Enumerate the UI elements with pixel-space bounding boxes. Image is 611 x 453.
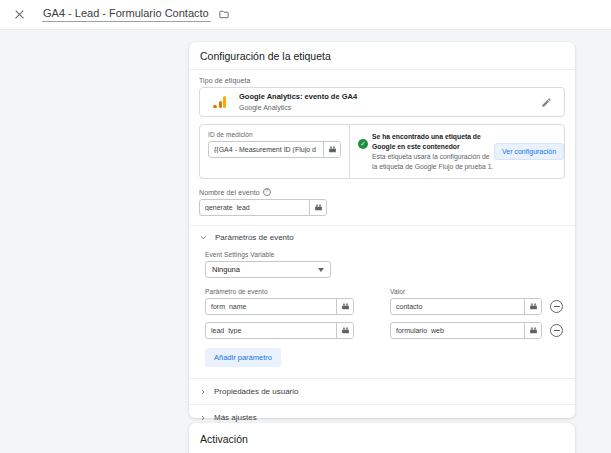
parameter-value-input[interactable]: [391, 299, 524, 314]
tag-title-field[interactable]: GA4 - Lead - Formulario Contacto: [42, 7, 211, 22]
tag-type-label: Tipo de etiqueta: [199, 77, 565, 84]
gtm-tag-editor: GA4 - Lead - Formulario Contacto Configu…: [0, 0, 611, 453]
variable-picker-icon[interactable]: [524, 299, 541, 314]
event-settings-variable-select[interactable]: Ninguna: [205, 261, 331, 278]
trigger-panel: Activación: [189, 423, 575, 453]
edit-pencil-icon[interactable]: [541, 97, 552, 108]
variable-picker-icon[interactable]: [323, 142, 340, 157]
google-tag-notice: Se ha encontrado una etiqueta de Google …: [350, 125, 571, 178]
section-label: Más ajustes: [214, 413, 257, 422]
section-event-parameters[interactable]: Parámetros de evento: [199, 226, 565, 249]
add-parameter-button[interactable]: Añadir parámetro: [205, 348, 281, 367]
column-header-value: Valor: [390, 288, 405, 295]
variable-picker-icon[interactable]: [309, 200, 326, 215]
variable-picker-icon[interactable]: [524, 323, 541, 338]
event-name-input[interactable]: [200, 200, 309, 215]
parameter-name-input-wrap: [205, 298, 354, 315]
tag-type-card[interactable]: Google Analytics: evento de GA4 Google A…: [199, 87, 565, 117]
chevron-right-icon: [199, 414, 207, 422]
parameter-value-input[interactable]: [391, 323, 524, 338]
notice-body: Esta etiqueta usará la configuración de …: [372, 152, 494, 171]
chevron-down-icon: [199, 233, 208, 242]
esv-label: Event Settings Variable: [205, 251, 565, 258]
google-analytics-icon: [213, 95, 227, 109]
parameter-row: [205, 298, 565, 315]
measurement-card: ID de medición Se ha encontrado una etiq…: [199, 124, 565, 179]
remove-parameter-button[interactable]: [550, 324, 563, 337]
tag-type-name: Google Analytics: evento de GA4: [239, 92, 357, 102]
notice-title: Se ha encontrado una etiqueta de Google …: [372, 132, 494, 151]
folder-icon[interactable]: [218, 9, 230, 20]
help-icon[interactable]: [263, 188, 271, 196]
parameter-name-input[interactable]: [206, 323, 336, 338]
event-name-input-wrap: [199, 199, 327, 216]
view-configuration-button[interactable]: Ver configuración: [494, 143, 564, 160]
variable-picker-icon[interactable]: [336, 299, 353, 314]
section-label: Propiedades de usuario: [214, 387, 299, 396]
event-name-block: Nombre del evento: [199, 188, 565, 216]
top-bar: GA4 - Lead - Formulario Contacto: [0, 0, 611, 30]
variable-picker-icon[interactable]: [336, 323, 353, 338]
measurement-id-input-wrap: [208, 141, 341, 158]
measurement-id-input[interactable]: [209, 142, 323, 157]
tag-type-text: Google Analytics: evento de GA4 Google A…: [239, 92, 357, 111]
chevron-right-icon: [199, 388, 207, 396]
section-label: Parámetros de evento: [215, 233, 294, 242]
panel-title: Configuración de la etiqueta: [189, 42, 575, 70]
parameter-name-input-wrap: [205, 322, 354, 339]
parameter-value-input-wrap: [390, 298, 542, 315]
esv-selected-value: Ninguna: [212, 265, 240, 274]
column-header-parameter: Parámetro de evento: [205, 288, 390, 295]
collapsed-section: Propiedades de usuario: [189, 378, 575, 404]
measurement-id-block: ID de medición: [200, 125, 350, 178]
parameter-name-input[interactable]: [206, 299, 336, 314]
event-parameters-table: Parámetro de evento Valor: [205, 288, 565, 369]
close-icon[interactable]: [13, 8, 27, 22]
event-settings-variable-block: Event Settings Variable Ninguna: [205, 251, 565, 278]
trigger-panel-title: Activación: [189, 423, 575, 452]
event-name-label: Nombre del evento: [199, 189, 260, 196]
check-circle-icon: [358, 139, 368, 149]
dropdown-arrow-icon: [318, 268, 324, 272]
section-user-properties[interactable]: Propiedades de usuario: [199, 379, 565, 404]
remove-parameter-button[interactable]: [550, 300, 563, 313]
parameter-row: [205, 322, 565, 339]
parameter-value-input-wrap: [390, 322, 542, 339]
notice-text: Se ha encontrado una etiqueta de Google …: [372, 132, 494, 171]
tag-configuration-panel: Configuración de la etiqueta Tipo de eti…: [189, 42, 575, 418]
tag-type-vendor: Google Analytics: [239, 103, 357, 112]
measurement-id-label: ID de medición: [208, 131, 341, 138]
